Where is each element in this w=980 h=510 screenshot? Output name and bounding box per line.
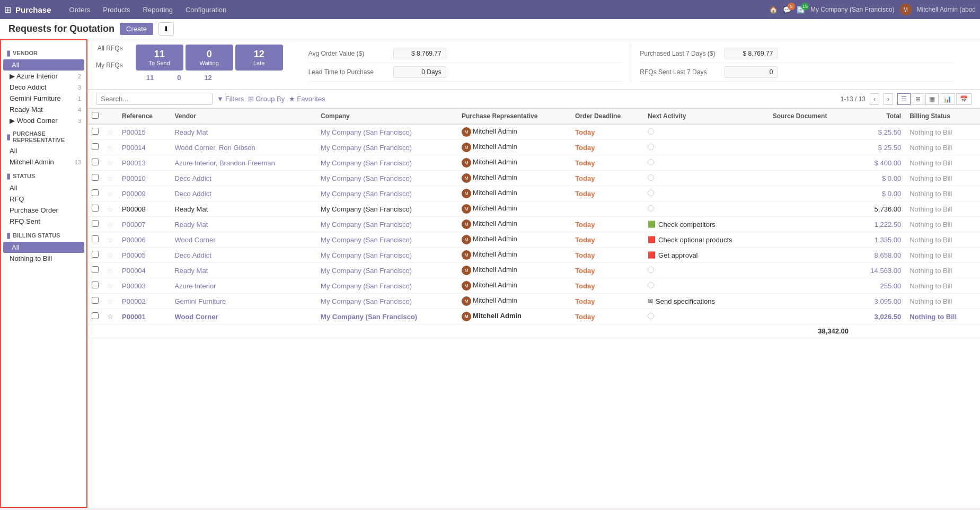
row-checkbox-4[interactable]: [92, 189, 99, 196]
row-vendor-12[interactable]: Wood Corner: [170, 309, 316, 324]
sidebar-status-rfqsent[interactable]: RFQ Sent: [1, 216, 86, 227]
kanban-view-button[interactable]: ⊞: [912, 93, 924, 105]
row-vendor-6[interactable]: Ready Mat: [170, 217, 316, 232]
grid-view-button[interactable]: ▦: [925, 93, 939, 105]
row-ref-10[interactable]: P00003: [118, 278, 170, 294]
sidebar-vendor-deco[interactable]: Deco Addict3: [1, 82, 86, 93]
row-star-8[interactable]: ☆: [103, 248, 118, 263]
row-vendor-4[interactable]: Deco Addict: [170, 186, 316, 201]
row-star-5[interactable]: ☆: [103, 201, 118, 217]
calendar-view-button[interactable]: 📅: [956, 93, 972, 105]
row-company-12[interactable]: My Company (San Francisco): [316, 309, 457, 324]
row-vendor-1[interactable]: Wood Corner, Ron Gibson: [170, 140, 316, 155]
row-company-1[interactable]: My Company (San Francisco): [316, 140, 457, 155]
row-checkbox-11[interactable]: [92, 297, 99, 304]
row-ref-4[interactable]: P00009: [118, 186, 170, 201]
select-all-checkbox[interactable]: [92, 112, 99, 119]
nav-orders[interactable]: Orders: [64, 4, 96, 16]
row-vendor-3[interactable]: Deco Addict: [170, 171, 316, 186]
search-input[interactable]: [96, 93, 213, 105]
sidebar-vendor-azure[interactable]: ▶ Azure Interior2: [1, 71, 86, 82]
row-star-12[interactable]: ☆: [103, 309, 118, 324]
row-checkbox-12[interactable]: [92, 312, 99, 319]
app-grid-icon[interactable]: ⊞: [4, 5, 11, 15]
list-view-button[interactable]: ☰: [897, 93, 911, 105]
favorites-button[interactable]: ★ Favorites: [289, 95, 325, 103]
sidebar-vendor-gemini[interactable]: Gemini Furniture1: [1, 93, 86, 104]
row-company-8[interactable]: My Company (San Francisco): [316, 248, 457, 263]
sidebar-billing-nothing[interactable]: Nothing to Bill: [1, 253, 86, 264]
stat-to-send[interactable]: 11 To Send: [136, 45, 183, 71]
download-button[interactable]: ⬇: [158, 22, 174, 36]
user-label[interactable]: Mitchell Admin (abod: [917, 6, 976, 13]
row-checkbox-0[interactable]: [92, 128, 99, 135]
row-star-4[interactable]: ☆: [103, 186, 118, 201]
row-star-1[interactable]: ☆: [103, 140, 118, 155]
row-ref-8[interactable]: P00005: [118, 248, 170, 263]
row-vendor-7[interactable]: Wood Corner: [170, 232, 316, 248]
row-checkbox-2[interactable]: [92, 159, 99, 165]
next-page-button[interactable]: ›: [884, 93, 893, 105]
row-ref-1[interactable]: P00014: [118, 140, 170, 155]
row-star-2[interactable]: ☆: [103, 155, 118, 171]
filters-button[interactable]: ▼ Filters: [217, 95, 244, 103]
nav-configuration[interactable]: Configuration: [180, 4, 232, 16]
row-ref-0[interactable]: P00015: [118, 124, 170, 140]
row-checkbox-7[interactable]: [92, 235, 99, 242]
sidebar-status-rfq[interactable]: RFQ: [1, 194, 86, 205]
row-ref-9[interactable]: P00004: [118, 263, 170, 278]
sidebar-vendor-all[interactable]: All: [3, 59, 84, 71]
row-company-6[interactable]: My Company (San Francisco): [316, 217, 457, 232]
row-star-3[interactable]: ☆: [103, 171, 118, 186]
row-company-2[interactable]: My Company (San Francisco): [316, 155, 457, 171]
messages-icon[interactable]: 💬5: [783, 6, 791, 14]
row-vendor-8[interactable]: Deco Addict: [170, 248, 316, 263]
row-ref-3[interactable]: P00010: [118, 171, 170, 186]
row-checkbox-3[interactable]: [92, 174, 99, 181]
stat-late[interactable]: 12 Late: [235, 45, 283, 71]
row-checkbox-10[interactable]: [92, 282, 99, 288]
sidebar-billing-all[interactable]: All: [3, 242, 84, 253]
row-company-10[interactable]: My Company (San Francisco): [316, 278, 457, 294]
row-ref-11[interactable]: P00002: [118, 294, 170, 309]
row-ref-6[interactable]: P00007: [118, 217, 170, 232]
sidebar-rep-all[interactable]: All: [1, 145, 86, 156]
sidebar-status-po[interactable]: Purchase Order: [1, 205, 86, 216]
row-vendor-2[interactable]: Azure Interior, Brandon Freeman: [170, 155, 316, 171]
prev-page-button[interactable]: ‹: [870, 93, 879, 105]
row-company-7[interactable]: My Company (San Francisco): [316, 232, 457, 248]
nav-reporting[interactable]: Reporting: [138, 4, 178, 16]
row-vendor-0[interactable]: Ready Mat: [170, 124, 316, 140]
row-star-11[interactable]: ☆: [103, 294, 118, 309]
row-ref-12[interactable]: P00001: [118, 309, 170, 324]
row-vendor-9[interactable]: Ready Mat: [170, 263, 316, 278]
row-star-6[interactable]: ☆: [103, 217, 118, 232]
row-company-11[interactable]: My Company (San Francisco): [316, 294, 457, 309]
row-star-0[interactable]: ☆: [103, 124, 118, 140]
row-checkbox-5[interactable]: [92, 205, 99, 212]
row-star-9[interactable]: ☆: [103, 263, 118, 278]
row-checkbox-8[interactable]: [92, 251, 99, 258]
row-vendor-10[interactable]: Azure Interior: [170, 278, 316, 294]
row-company-3[interactable]: My Company (San Francisco): [316, 171, 457, 186]
row-vendor-11[interactable]: Gemini Furniture: [170, 294, 316, 309]
home-icon[interactable]: 🏠: [769, 6, 778, 14]
sidebar-vendor-readymat[interactable]: Ready Mat4: [1, 104, 86, 115]
sidebar-status-all[interactable]: All: [1, 182, 86, 194]
create-button[interactable]: Create: [120, 23, 153, 35]
row-company-4[interactable]: My Company (San Francisco): [316, 186, 457, 201]
chart-view-button[interactable]: 📊: [940, 93, 955, 105]
row-checkbox-1[interactable]: [92, 143, 99, 150]
sidebar-vendor-woodcorner[interactable]: ▶ Wood Corner3: [1, 115, 86, 126]
row-checkbox-9[interactable]: [92, 266, 99, 273]
stat-waiting[interactable]: 0 Waiting: [186, 45, 233, 71]
activities-icon[interactable]: 🔄15: [797, 6, 805, 14]
nav-products[interactable]: Products: [98, 4, 135, 16]
row-company-0[interactable]: My Company (San Francisco): [316, 124, 457, 140]
row-ref-7[interactable]: P00006: [118, 232, 170, 248]
sidebar-rep-mitchell[interactable]: Mitchell Admin13: [1, 156, 86, 168]
group-by-button[interactable]: ⊞ Group By: [248, 95, 285, 103]
row-star-7[interactable]: ☆: [103, 232, 118, 248]
row-ref-2[interactable]: P00013: [118, 155, 170, 171]
row-company-9[interactable]: My Company (San Francisco): [316, 263, 457, 278]
